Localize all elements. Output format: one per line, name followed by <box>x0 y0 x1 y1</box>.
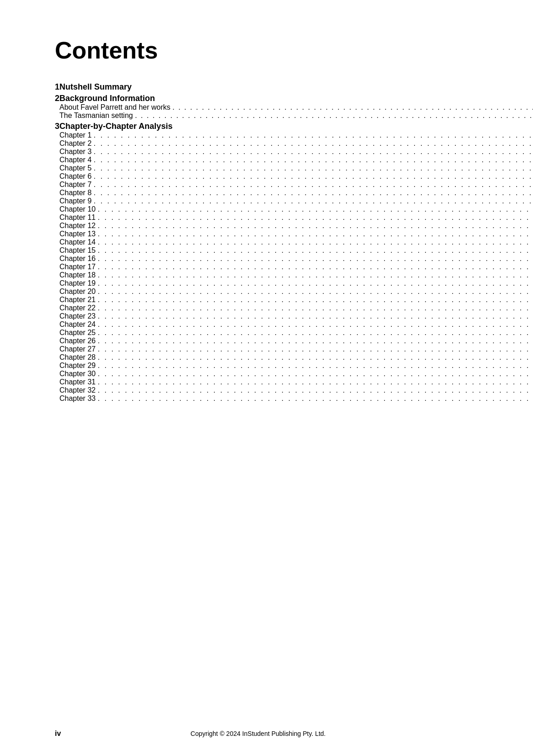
toc-chapter-21: Chapter 21 . . . . . . . . . . . . . . .… <box>55 296 533 304</box>
toc-chapter-32: Chapter 32 . . . . . . . . . . . . . . .… <box>55 386 533 394</box>
toc-chapter-20: Chapter 20 . . . . . . . . . . . . . . .… <box>55 287 533 296</box>
section-1-num: 1 <box>55 82 59 92</box>
toc-chapter-16: Chapter 16 . . . . . . . . . . . . . . .… <box>55 255 533 263</box>
toc-section-3: 3 Chapter-by-Chapter Analysis 7 <box>55 122 533 131</box>
chapter-label: Chapter 3 . . . . . . . . . . . . . . . … <box>59 148 533 156</box>
chapter-label: Chapter 14 . . . . . . . . . . . . . . .… <box>59 238 533 246</box>
subsection-title: The Tasmanian setting . . . . . . . . . … <box>59 112 533 120</box>
chapter-label: Chapter 19 . . . . . . . . . . . . . . .… <box>59 279 533 287</box>
chapter-label: Chapter 26 . . . . . . . . . . . . . . .… <box>59 337 533 345</box>
toc-chapter-13: Chapter 13 . . . . . . . . . . . . . . .… <box>55 230 533 238</box>
toc-chapter-26: Chapter 26 . . . . . . . . . . . . . . .… <box>55 337 533 345</box>
toc-chapter-30: Chapter 30 . . . . . . . . . . . . . . .… <box>55 370 533 378</box>
toc-chapter-12: Chapter 12 . . . . . . . . . . . . . . .… <box>55 222 533 230</box>
chapter-label: Chapter 4 . . . . . . . . . . . . . . . … <box>59 156 533 164</box>
page: Contents 1 Nutshell Summary 1 2 Backgrou… <box>0 0 533 756</box>
chapter-label: Chapter 13 . . . . . . . . . . . . . . .… <box>59 230 533 238</box>
chapter-label: Chapter 28 . . . . . . . . . . . . . . .… <box>59 353 533 362</box>
toc-chapter-24: Chapter 24 . . . . . . . . . . . . . . .… <box>55 320 533 329</box>
toc-table: 1 Nutshell Summary 1 2 Background Inform… <box>55 82 533 403</box>
toc-chapter-27: Chapter 27 . . . . . . . . . . . . . . .… <box>55 345 533 353</box>
toc-section-1: 1 Nutshell Summary 1 <box>55 82 533 92</box>
section-2-num: 2 <box>55 94 59 103</box>
toc-chapter-5: Chapter 5 . . . . . . . . . . . . . . . … <box>55 164 533 172</box>
toc-chapter-31: Chapter 31 . . . . . . . . . . . . . . .… <box>55 378 533 386</box>
chapter-label: Chapter 24 . . . . . . . . . . . . . . .… <box>59 320 533 329</box>
toc-chapter-10: Chapter 10 . . . . . . . . . . . . . . .… <box>55 205 533 213</box>
chapter-label: Chapter 16 . . . . . . . . . . . . . . .… <box>59 255 533 263</box>
section-2-title: Background Information <box>59 94 533 103</box>
chapter-label: Chapter 11 . . . . . . . . . . . . . . .… <box>59 213 533 222</box>
chapter-label: Chapter 5 . . . . . . . . . . . . . . . … <box>59 164 533 172</box>
chapter-label: Chapter 22 . . . . . . . . . . . . . . .… <box>59 304 533 312</box>
toc-chapter-3: Chapter 3 . . . . . . . . . . . . . . . … <box>55 148 533 156</box>
footer-copyright: Copyright © 2024 InStudent Publishing Pt… <box>191 730 326 737</box>
toc-chapter-28: Chapter 28 . . . . . . . . . . . . . . .… <box>55 353 533 362</box>
toc-section-2: 2 Background Information 3 <box>55 94 533 103</box>
toc-chapter-33: Chapter 33 . . . . . . . . . . . . . . .… <box>55 394 533 403</box>
toc-chapter-29: Chapter 29 . . . . . . . . . . . . . . .… <box>55 362 533 370</box>
section-1-title: Nutshell Summary <box>59 82 533 92</box>
toc-chapter-9: Chapter 9 . . . . . . . . . . . . . . . … <box>55 197 533 205</box>
chapter-label: Chapter 33 . . . . . . . . . . . . . . .… <box>59 394 533 403</box>
toc-chapter-8: Chapter 8 . . . . . . . . . . . . . . . … <box>55 189 533 197</box>
toc-chapter-1: Chapter 1 . . . . . . . . . . . . . . . … <box>55 131 533 139</box>
toc-chapter-6: Chapter 6 . . . . . . . . . . . . . . . … <box>55 172 533 181</box>
chapter-label: Chapter 7 . . . . . . . . . . . . . . . … <box>59 181 533 189</box>
chapter-label: Chapter 32 . . . . . . . . . . . . . . .… <box>59 386 533 394</box>
section-3-title: Chapter-by-Chapter Analysis <box>59 122 533 131</box>
toc-chapter-15: Chapter 15 . . . . . . . . . . . . . . .… <box>55 246 533 255</box>
chapter-label: Chapter 18 . . . . . . . . . . . . . . .… <box>59 271 533 279</box>
chapter-label: Chapter 2 . . . . . . . . . . . . . . . … <box>59 139 533 148</box>
chapter-label: Chapter 6 . . . . . . . . . . . . . . . … <box>59 172 533 181</box>
toc-chapter-14: Chapter 14 . . . . . . . . . . . . . . .… <box>55 238 533 246</box>
chapter-label: Chapter 21 . . . . . . . . . . . . . . .… <box>59 296 533 304</box>
subsection-title: About Favel Parrett and her works . . . … <box>59 103 533 112</box>
chapter-label: Chapter 10 . . . . . . . . . . . . . . .… <box>59 205 533 213</box>
toc-chapter-2: Chapter 2 . . . . . . . . . . . . . . . … <box>55 139 533 148</box>
chapter-label: Chapter 15 . . . . . . . . . . . . . . .… <box>59 246 533 255</box>
chapter-label: Chapter 8 . . . . . . . . . . . . . . . … <box>59 189 533 197</box>
toc-chapter-17: Chapter 17 . . . . . . . . . . . . . . .… <box>55 263 533 271</box>
toc-chapter-19: Chapter 19 . . . . . . . . . . . . . . .… <box>55 279 533 287</box>
toc-chapter-23: Chapter 23 . . . . . . . . . . . . . . .… <box>55 312 533 320</box>
toc-subsection-2-0: About Favel Parrett and her works . . . … <box>55 103 533 112</box>
chapter-label: Chapter 31 . . . . . . . . . . . . . . .… <box>59 378 533 386</box>
toc-chapter-18: Chapter 18 . . . . . . . . . . . . . . .… <box>55 271 533 279</box>
toc-chapter-25: Chapter 25 . . . . . . . . . . . . . . .… <box>55 329 533 337</box>
toc-chapter-4: Chapter 4 . . . . . . . . . . . . . . . … <box>55 156 533 164</box>
chapter-label: Chapter 29 . . . . . . . . . . . . . . .… <box>59 362 533 370</box>
toc-chapter-11: Chapter 11 . . . . . . . . . . . . . . .… <box>55 213 533 222</box>
toc-chapter-7: Chapter 7 . . . . . . . . . . . . . . . … <box>55 181 533 189</box>
chapter-label: Chapter 9 . . . . . . . . . . . . . . . … <box>59 197 533 205</box>
chapter-label: Chapter 12 . . . . . . . . . . . . . . .… <box>59 222 533 230</box>
toc-chapter-22: Chapter 22 . . . . . . . . . . . . . . .… <box>55 304 533 312</box>
section-3-num: 3 <box>55 122 59 131</box>
chapter-label: Chapter 30 . . . . . . . . . . . . . . .… <box>59 370 533 378</box>
toc-subsection-2-1: The Tasmanian setting . . . . . . . . . … <box>55 112 533 120</box>
footer-page-number: iv <box>55 729 61 738</box>
footer: iv Copyright © 2024 InStudent Publishing… <box>0 729 533 738</box>
chapter-label: Chapter 25 . . . . . . . . . . . . . . .… <box>59 329 533 337</box>
chapter-label: Chapter 20 . . . . . . . . . . . . . . .… <box>59 287 533 296</box>
chapter-label: Chapter 17 . . . . . . . . . . . . . . .… <box>59 263 533 271</box>
chapter-label: Chapter 1 . . . . . . . . . . . . . . . … <box>59 131 533 139</box>
chapter-label: Chapter 27 . . . . . . . . . . . . . . .… <box>59 345 533 353</box>
chapter-label: Chapter 23 . . . . . . . . . . . . . . .… <box>59 312 533 320</box>
page-title: Contents <box>55 37 478 64</box>
